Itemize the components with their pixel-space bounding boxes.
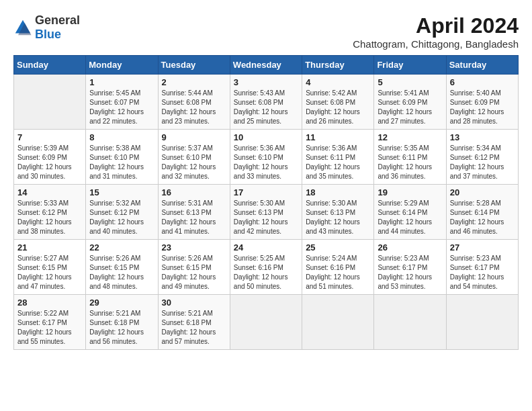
calendar-day-cell: 5Sunrise: 5:41 AMSunset: 6:09 PMDaylight…: [374, 75, 446, 130]
day-info: Sunrise: 5:30 AMSunset: 6:13 PMDaylight:…: [306, 199, 370, 236]
day-number: 19: [378, 187, 442, 197]
day-info: Sunrise: 5:42 AMSunset: 6:08 PMDaylight:…: [306, 89, 370, 126]
day-number: 4: [306, 77, 370, 87]
day-number: 9: [162, 132, 226, 142]
calendar-day-cell: 9Sunrise: 5:37 AMSunset: 6:10 PMDaylight…: [158, 130, 230, 185]
calendar-day-cell: 30Sunrise: 5:21 AMSunset: 6:18 PMDayligh…: [158, 295, 230, 350]
day-info: Sunrise: 5:30 AMSunset: 6:13 PMDaylight:…: [234, 199, 298, 236]
day-number: 7: [17, 132, 82, 142]
calendar-day-cell: 28Sunrise: 5:22 AMSunset: 6:17 PMDayligh…: [14, 295, 86, 350]
calendar-day-cell: [230, 295, 302, 350]
day-number: 10: [234, 132, 298, 142]
weekday-header: Saturday: [446, 56, 518, 75]
calendar-header-row: SundayMondayTuesdayWednesdayThursdayFrid…: [14, 56, 519, 75]
day-number: 15: [89, 187, 154, 197]
day-info: Sunrise: 5:33 AMSunset: 6:12 PMDaylight:…: [17, 199, 82, 236]
day-number: 18: [306, 187, 370, 197]
day-info: Sunrise: 5:35 AMSunset: 6:11 PMDaylight:…: [378, 144, 442, 181]
day-number: 6: [450, 77, 515, 87]
day-number: 1: [89, 77, 154, 87]
weekday-header: Sunday: [14, 56, 86, 75]
day-number: 17: [234, 187, 298, 197]
day-info: Sunrise: 5:41 AMSunset: 6:09 PMDaylight:…: [378, 89, 442, 126]
day-number: 24: [234, 242, 298, 253]
calendar-day-cell: 11Sunrise: 5:36 AMSunset: 6:11 PMDayligh…: [302, 130, 374, 185]
day-number: 30: [162, 298, 226, 308]
calendar-day-cell: 24Sunrise: 5:25 AMSunset: 6:16 PMDayligh…: [230, 240, 302, 295]
weekday-header: Friday: [374, 56, 446, 75]
day-info: Sunrise: 5:39 AMSunset: 6:09 PMDaylight:…: [17, 144, 82, 181]
day-number: 22: [89, 242, 154, 253]
day-number: 27: [450, 242, 515, 253]
calendar-day-cell: 15Sunrise: 5:32 AMSunset: 6:12 PMDayligh…: [86, 185, 158, 240]
day-info: Sunrise: 5:32 AMSunset: 6:12 PMDaylight:…: [89, 199, 154, 236]
day-info: Sunrise: 5:28 AMSunset: 6:14 PMDaylight:…: [450, 199, 515, 236]
calendar-day-cell: 14Sunrise: 5:33 AMSunset: 6:12 PMDayligh…: [14, 185, 86, 240]
calendar-week-row: 28Sunrise: 5:22 AMSunset: 6:17 PMDayligh…: [14, 295, 519, 350]
calendar-day-cell: 21Sunrise: 5:27 AMSunset: 6:15 PMDayligh…: [14, 240, 86, 295]
day-number: 11: [306, 132, 370, 142]
logo-icon: [13, 18, 32, 37]
calendar-day-cell: [302, 295, 374, 350]
calendar-day-cell: 19Sunrise: 5:29 AMSunset: 6:14 PMDayligh…: [374, 185, 446, 240]
calendar-day-cell: 12Sunrise: 5:35 AMSunset: 6:11 PMDayligh…: [374, 130, 446, 185]
calendar-day-cell: 18Sunrise: 5:30 AMSunset: 6:13 PMDayligh…: [302, 185, 374, 240]
weekday-header: Monday: [86, 56, 158, 75]
day-number: 12: [378, 132, 442, 142]
day-info: Sunrise: 5:26 AMSunset: 6:15 PMDaylight:…: [89, 254, 154, 291]
day-number: 25: [306, 242, 370, 253]
calendar-day-cell: 26Sunrise: 5:23 AMSunset: 6:17 PMDayligh…: [374, 240, 446, 295]
day-info: Sunrise: 5:25 AMSunset: 6:16 PMDaylight:…: [234, 254, 298, 291]
calendar-day-cell: [374, 295, 446, 350]
calendar-week-row: 21Sunrise: 5:27 AMSunset: 6:15 PMDayligh…: [14, 240, 519, 295]
day-info: Sunrise: 5:21 AMSunset: 6:18 PMDaylight:…: [89, 309, 154, 347]
day-info: Sunrise: 5:21 AMSunset: 6:18 PMDaylight:…: [162, 309, 226, 347]
day-info: Sunrise: 5:22 AMSunset: 6:17 PMDaylight:…: [17, 309, 82, 347]
calendar-day-cell: 7Sunrise: 5:39 AMSunset: 6:09 PMDaylight…: [14, 130, 86, 185]
calendar-day-cell: 4Sunrise: 5:42 AMSunset: 6:08 PMDaylight…: [302, 75, 374, 130]
day-info: Sunrise: 5:29 AMSunset: 6:14 PMDaylight:…: [378, 199, 442, 236]
logo: General Blue: [13, 13, 80, 42]
day-number: 29: [89, 298, 154, 308]
calendar-day-cell: 16Sunrise: 5:31 AMSunset: 6:13 PMDayligh…: [158, 185, 230, 240]
logo-general: General: [35, 13, 80, 27]
weekday-header: Wednesday: [230, 56, 302, 75]
calendar-day-cell: 25Sunrise: 5:24 AMSunset: 6:16 PMDayligh…: [302, 240, 374, 295]
day-number: 5: [378, 77, 442, 87]
calendar-day-cell: 29Sunrise: 5:21 AMSunset: 6:18 PMDayligh…: [86, 295, 158, 350]
calendar-day-cell: 17Sunrise: 5:30 AMSunset: 6:13 PMDayligh…: [230, 185, 302, 240]
calendar-week-row: 7Sunrise: 5:39 AMSunset: 6:09 PMDaylight…: [14, 130, 519, 185]
calendar-day-cell: 1Sunrise: 5:45 AMSunset: 6:07 PMDaylight…: [86, 75, 158, 130]
day-info: Sunrise: 5:36 AMSunset: 6:10 PMDaylight:…: [234, 144, 298, 181]
location-subtitle: Chattogram, Chittagong, Bangladesh: [353, 38, 519, 50]
day-info: Sunrise: 5:36 AMSunset: 6:11 PMDaylight:…: [306, 144, 370, 181]
day-number: 13: [450, 132, 515, 142]
day-number: 21: [17, 242, 82, 253]
calendar-day-cell: [14, 75, 86, 130]
calendar-day-cell: 13Sunrise: 5:34 AMSunset: 6:12 PMDayligh…: [446, 130, 518, 185]
calendar-day-cell: 23Sunrise: 5:26 AMSunset: 6:15 PMDayligh…: [158, 240, 230, 295]
title-block: April 2024 Chattogram, Chittagong, Bangl…: [353, 13, 519, 50]
calendar-day-cell: 6Sunrise: 5:40 AMSunset: 6:09 PMDaylight…: [446, 75, 518, 130]
calendar-day-cell: 10Sunrise: 5:36 AMSunset: 6:10 PMDayligh…: [230, 130, 302, 185]
day-number: 8: [89, 132, 154, 142]
day-info: Sunrise: 5:38 AMSunset: 6:10 PMDaylight:…: [89, 144, 154, 181]
day-info: Sunrise: 5:43 AMSunset: 6:08 PMDaylight:…: [234, 89, 298, 126]
calendar-day-cell: 20Sunrise: 5:28 AMSunset: 6:14 PMDayligh…: [446, 185, 518, 240]
day-info: Sunrise: 5:23 AMSunset: 6:17 PMDaylight:…: [378, 254, 442, 291]
calendar-day-cell: 3Sunrise: 5:43 AMSunset: 6:08 PMDaylight…: [230, 75, 302, 130]
calendar-week-row: 1Sunrise: 5:45 AMSunset: 6:07 PMDaylight…: [14, 75, 519, 130]
day-number: 20: [450, 187, 515, 197]
day-info: Sunrise: 5:45 AMSunset: 6:07 PMDaylight:…: [89, 89, 154, 126]
day-info: Sunrise: 5:44 AMSunset: 6:08 PMDaylight:…: [162, 89, 226, 126]
day-number: 26: [378, 242, 442, 253]
day-number: 28: [17, 298, 82, 308]
day-info: Sunrise: 5:27 AMSunset: 6:15 PMDaylight:…: [17, 254, 82, 291]
day-info: Sunrise: 5:34 AMSunset: 6:12 PMDaylight:…: [450, 144, 515, 181]
day-number: 23: [162, 242, 226, 253]
day-info: Sunrise: 5:40 AMSunset: 6:09 PMDaylight:…: [450, 89, 515, 126]
day-number: 3: [234, 77, 298, 87]
day-number: 16: [162, 187, 226, 197]
calendar-week-row: 14Sunrise: 5:33 AMSunset: 6:12 PMDayligh…: [14, 185, 519, 240]
weekday-header: Tuesday: [158, 56, 230, 75]
